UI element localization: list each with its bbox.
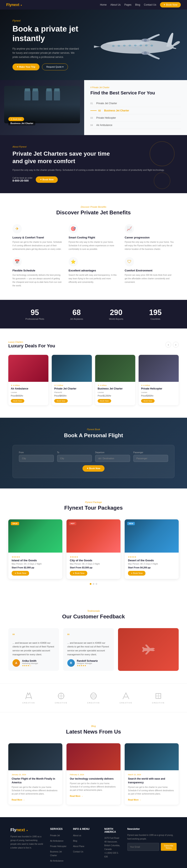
nav-about[interactable]: About Us [110,3,121,6]
benefits-heading: Discover Private Jet Benefits [12,209,175,216]
footer-service-private[interactable]: Private Jet [50,834,60,837]
benefit-comfort-desc: Flynext can easy price 300 life tools th… [125,273,175,284]
footer-info-plane[interactable]: About Plane [73,845,84,847]
partner-5-label: CREATIVE [152,702,165,704]
footer-service-ambulance[interactable]: Air Ambulance [50,840,63,842]
package-city-btn[interactable]: ✦ Book Now [70,571,87,576]
footer-top: Flynext ✦ Flynext was founded in 1995 as… [10,828,177,864]
nav-blog[interactable]: Blog [135,3,140,6]
nav-contact[interactable]: Contact Us [144,3,156,6]
charter-book-button[interactable]: ✦ Book Now [36,176,58,183]
package-desert-btn[interactable]: ✦ Book Now [128,571,145,576]
deal-business-jet-image [95,355,135,382]
make-trip-button[interactable]: ✦ Make Your Trip [12,63,39,70]
services-img-label: Business Jet Charter [8,121,35,125]
package-city: HOT ★★★★★ City of the Goods Max Person: … [66,519,121,579]
footer-info-col: INFO & MENU About us Blog About Plane Co… [73,828,98,864]
book-flight-submit-btn[interactable]: ✦ Book Now [82,465,105,472]
stat-airplanes-label: Jet Airplanes [70,318,83,320]
nav-pages[interactable]: Pages [125,3,132,6]
footer-brand-col: Flynext ✦ Flynext was founded in 1995 as… [10,828,44,864]
service-item-3[interactable]: 03 Private Helicopter [90,114,181,122]
passengers-input[interactable] [133,455,168,462]
benefit-excellent-icon: ⭐ [69,257,78,267]
newsletter-subscribe-btn[interactable]: Subscribe Now ▸ [161,843,177,851]
deal-private-jet-btn[interactable]: Book Now [54,399,68,403]
deal-private-jet-info: Planes/id [54,391,89,394]
benefit-schedule-title: Flexible Schedule [12,269,62,272]
navigation: Flynext ✦ Home About Us Pages Blog Conta… [0,0,187,9]
author-role-2: Designer Manager [77,662,98,664]
partner-1-label: CREATIVE [22,702,35,704]
from-input[interactable] [19,455,54,462]
deal-private-jet: ✦ 3 Airbus Private Jet Charter Planes/id… [52,355,92,405]
news-excerpt-1: Flynext can get to the charter to your h… [11,786,59,796]
deal-private-jet-title: Private Jet Charter [54,387,89,390]
news-excerpt-2: Flynext can get to the charter to your h… [70,782,117,792]
charter-tag: About Flynext [12,146,175,148]
package-desert-badge: NEW [127,522,135,525]
deal-business-jet-info: Lounes [98,391,133,394]
news-grid: January 15, 2024 Charter Flight of the M… [8,743,179,805]
benefits-section: Discover Private Benefits Discover Priva… [0,193,187,300]
service-item-2[interactable]: 02 Business Jet Charter [90,107,181,114]
benefit-excellent-desc: Search the world with easy and transpare… [69,273,118,284]
service-item-1[interactable]: 01 Private Jet Charter [90,100,181,107]
luxury-prev-btn[interactable]: ‹ [165,342,171,348]
pkg-dot-2[interactable] [93,583,94,585]
deal-business-jet-btn[interactable]: Book Now [98,399,111,403]
benefit-smart: 🎯 Smart Cooling Flight Flynext the only … [69,224,118,251]
pkg-dot-1[interactable] [90,583,91,585]
stat-airports-label: World Airports [109,318,123,320]
news-title-3: Search the world with ease and transpare… [128,777,176,784]
footer-info-about[interactable]: About us [73,834,81,837]
news-body-2: February 3, 2024 Our technology consiste… [66,770,121,801]
to-input[interactable] [57,455,92,462]
deals-grid: ✦ 4 Airbus Air Ambulance Lounes Price/$4… [8,355,179,405]
deal-air-ambulance-image [8,355,48,382]
stat-countries-num: 195 [149,308,162,317]
pkg-dot-3[interactable] [96,583,97,585]
feedback-grid: " ... and because we want in 43400 our c… [8,628,179,671]
services-book-button[interactable]: ✦ Book Now [8,117,24,121]
benefit-schedule-desc: Our technology consistently delivers the… [12,273,62,287]
newsletter-email-input[interactable] [127,843,159,851]
footer-info-contact[interactable]: Contact Us [73,850,83,853]
footer-service-helicopter[interactable]: Private Helicopter [50,845,66,847]
deal-air-ambulance-btn[interactable]: Book Now [11,399,24,403]
author-name-1: Anika Smith [22,659,38,662]
feedback-tag: Testimonials [8,610,179,612]
news-article-3: March 10, 2024 Search the world with eas… [125,743,179,805]
charter-section: About Flynext Private Jet Charters save … [0,135,187,193]
request-quote-button[interactable]: Request Quote ▾ [42,63,68,70]
deal-helicopter-type: ✦ 4 Airbus [141,384,176,386]
deal-private-jet-price: Price/$800/hr [54,395,89,397]
partner-4: CREATIVE [120,692,132,704]
news-read-more-1[interactable]: Read More → [11,799,25,801]
deal-helicopter: ✦ 4 Airbus Private Helicopter Lounes Pri… [139,355,179,405]
departure-input[interactable] [95,455,130,462]
footer-service-amb2[interactable]: Air Ambulance [50,860,63,862]
services-heading: Find the Best Service For You [90,90,181,96]
footer-info-blog[interactable]: Blog [73,840,77,842]
deal-helicopter-btn[interactable]: Book Now [141,399,155,403]
service-item-4[interactable]: 04 Air Ambulance [90,122,181,129]
footer-service-business[interactable]: Business Jet Charter [50,850,62,857]
service-list: 01 Private Jet Charter 02 Business Jet C… [90,100,181,129]
package-desert-info: Max Person: 08 | 5 Days 4 Night [128,563,176,565]
nav-book-btn[interactable]: ✦ Book Now [160,2,181,7]
charter-description: Flynext the only way to the charter priv… [12,168,175,172]
stats-section: 95 Professional Pilots 68 Jet Airplanes … [0,300,187,329]
news-read-more-2[interactable]: Read More → [70,795,83,797]
news-date-1: January 15, 2024 [11,774,59,776]
from-label: From [19,451,54,454]
author-info-2: Randolf Schwartz Designer Manager ★★★★★ [77,659,98,667]
package-desert-rating: ★★★★★ [128,556,176,558]
luxury-next-btn[interactable]: › [173,342,179,348]
quote-icon-1: " [12,632,55,639]
nav-home[interactable]: Home [100,3,107,6]
hero-description: Fly anytime you want to the best and exe… [12,47,79,59]
package-island-btn[interactable]: ✦ Book Now [11,571,29,576]
stat-airplanes: 68 Jet Airplanes [70,308,83,320]
news-read-more-3[interactable]: Read More → [128,799,141,801]
